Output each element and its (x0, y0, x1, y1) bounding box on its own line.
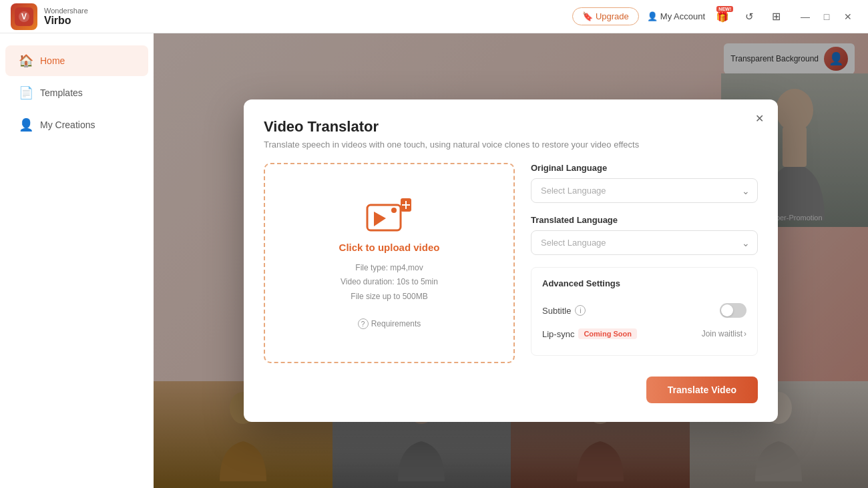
sidebar-item-my-creations-label: My Creations (40, 119, 95, 130)
new-badge: NEW! (716, 6, 733, 12)
file-type-info: File type: mp4,mov (341, 261, 438, 276)
modal-close-button[interactable]: ✕ (750, 109, 769, 128)
history-icon: ↺ (745, 11, 754, 23)
svg-text:V: V (21, 12, 27, 21)
sidebar-item-templates[interactable]: 📄 Templates (5, 77, 148, 108)
upgrade-button[interactable]: 🔖 Upgrade (572, 7, 639, 25)
translated-language-select[interactable]: Select Language (531, 230, 758, 255)
titlebar: V Wondershare Virbo 🔖 Upgrade 👤 My Accou… (0, 0, 868, 33)
sidebar-item-templates-label: Templates (40, 87, 83, 98)
my-account-button[interactable]: 👤 My Account (647, 11, 705, 21)
advanced-settings-section: Advanced Settings Subtitle i (531, 267, 758, 356)
original-language-label: Original Language (531, 163, 758, 173)
requirements-link[interactable]: ? Requirements (358, 318, 421, 329)
original-language-select[interactable]: Select Language (531, 178, 758, 203)
titlebar-left: V Wondershare Virbo (11, 3, 88, 30)
join-waitlist-label: Join waitlist (702, 329, 742, 338)
svg-marker-10 (374, 212, 386, 226)
subtitle-row: Subtitle i (542, 298, 746, 323)
requirements-info-icon: ? (358, 318, 369, 329)
upload-click-label: Click to upload video (339, 242, 440, 253)
original-language-select-wrapper: Select Language ⌄ (531, 178, 758, 203)
duration-info: Video duration: 10s to 5min (341, 275, 438, 290)
toggle-knob (721, 304, 733, 316)
titlebar-right: 🔖 Upgrade 👤 My Account 🎁 NEW! ↺ ⊞ — □ ✕ (572, 7, 857, 26)
modal-overlay: ✕ Video Translator Translate speech in v… (154, 33, 868, 488)
translated-language-label: Translated Language (531, 215, 758, 225)
size-info: File size up to 500MB (341, 290, 438, 304)
minimize-button[interactable]: — (796, 7, 815, 26)
minimize-icon: — (801, 11, 810, 22)
sidebar-item-home[interactable]: 🏠 Home (5, 45, 148, 76)
subtitle-toggle[interactable] (720, 303, 746, 318)
advanced-settings-title: Advanced Settings (542, 278, 746, 288)
app-product-name: Virbo (44, 15, 88, 27)
content-area: Transparent Background 👤 📷 🖼 Super-Promo… (154, 33, 868, 488)
translated-language-group: Translated Language Select Language ⌄ (531, 215, 758, 255)
maximize-icon: □ (824, 11, 829, 22)
templates-icon: 📄 (19, 85, 33, 100)
modal-close-icon: ✕ (755, 112, 764, 125)
subtitle-label: Subtitle (542, 306, 571, 316)
requirements-label: Requirements (371, 319, 421, 328)
subtitle-info-icon[interactable]: i (575, 305, 586, 316)
lipsync-label-group: Lip-sync Coming Soon (542, 328, 637, 339)
sidebar-item-home-label: Home (40, 55, 65, 66)
brand-name: Wondershare (44, 7, 88, 15)
home-icon: 🏠 (19, 53, 33, 68)
maximize-button[interactable]: □ (817, 7, 836, 26)
chevron-right-icon: › (744, 329, 746, 338)
window-controls: — □ ✕ (796, 7, 857, 26)
my-account-label: My Account (660, 11, 705, 21)
join-waitlist-link[interactable]: Join waitlist › (702, 329, 746, 338)
settings-panel: Original Language Select Language ⌄ Tran… (531, 163, 758, 363)
history-button[interactable]: ↺ (740, 7, 758, 26)
gift-icon: 🎁 (716, 10, 729, 23)
upgrade-icon: 🔖 (582, 11, 593, 21)
sidebar: 🏠 Home 📄 Templates 👤 My Creations (0, 33, 154, 488)
modal-subtitle: Translate speech in videos with one touc… (264, 140, 758, 150)
modal-body: Click to upload video File type: mp4,mov… (264, 163, 758, 363)
original-language-group: Original Language Select Language ⌄ (531, 163, 758, 203)
close-button[interactable]: ✕ (839, 7, 857, 26)
lipsync-label: Lip-sync (542, 329, 574, 339)
main-layout: 🏠 Home 📄 Templates 👤 My Creations Transp… (0, 33, 868, 488)
grid-button[interactable]: ⊞ (767, 7, 785, 26)
coming-soon-badge: Coming Soon (578, 328, 637, 339)
svg-point-11 (391, 208, 397, 213)
modal-title: Video Translator (264, 118, 758, 136)
subtitle-label-group: Subtitle i (542, 305, 586, 316)
upload-icon (366, 197, 413, 234)
app-logo: V (11, 3, 37, 30)
lipsync-row: Lip-sync Coming Soon Join waitlist › (542, 323, 746, 344)
account-icon: 👤 (647, 11, 658, 21)
my-creations-icon: 👤 (19, 117, 33, 132)
grid-icon: ⊞ (772, 10, 781, 23)
upgrade-label: Upgrade (596, 11, 629, 21)
close-icon: ✕ (844, 11, 852, 22)
upload-info: File type: mp4,mov Video duration: 10s t… (341, 261, 438, 304)
translated-language-select-wrapper: Select Language ⌄ (531, 230, 758, 255)
modal-footer: Translate Video (264, 377, 758, 403)
translate-video-button[interactable]: Translate Video (646, 377, 758, 403)
app-name: Wondershare Virbo (44, 7, 88, 27)
gift-button[interactable]: 🎁 NEW! (713, 7, 732, 26)
sidebar-item-my-creations[interactable]: 👤 My Creations (5, 109, 148, 140)
video-translator-modal: ✕ Video Translator Translate speech in v… (244, 99, 778, 422)
upload-area[interactable]: Click to upload video File type: mp4,mov… (264, 163, 515, 363)
